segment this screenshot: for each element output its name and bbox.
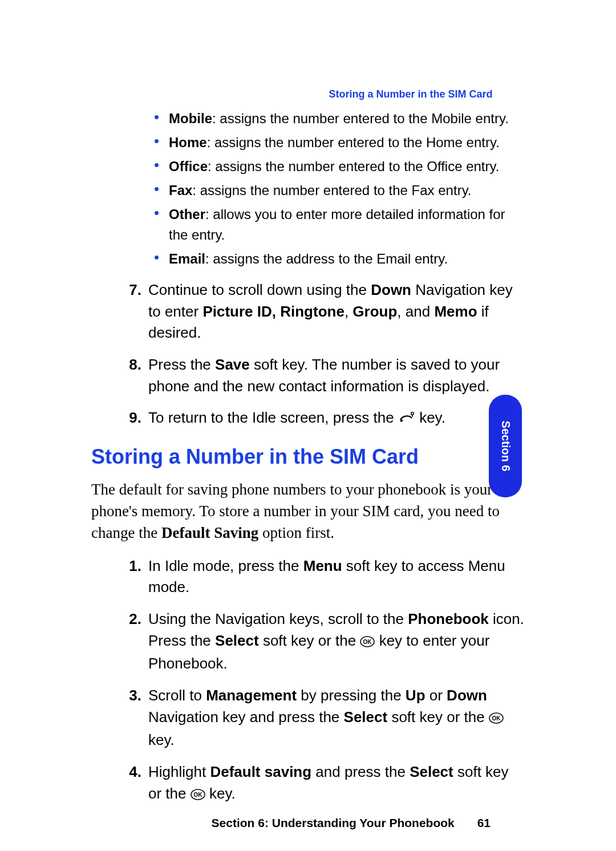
steps-list-b: 1. In Idle mode, press the Menu soft key… xyxy=(120,556,525,807)
page-footer: Section 6: Understanding Your Phonebook … xyxy=(91,816,525,830)
bullet-desc: : assigns the number entered to the Home… xyxy=(207,135,500,150)
step-9: 9. To return to the Idle screen, press t… xyxy=(120,407,525,430)
step-text: Press the Save soft key. The number is s… xyxy=(148,354,525,397)
step-text: Using the Navigation keys, scroll to the… xyxy=(148,609,525,675)
manual-page: Storing a Number in the SIM Card • Mobil… xyxy=(0,0,616,851)
section-tab: Section 6 xyxy=(489,395,522,497)
step-number: 8. xyxy=(120,354,141,397)
bullet-icon: • xyxy=(154,108,169,129)
bullet-label: Mobile xyxy=(169,111,212,126)
list-item: • Other: allows you to enter more detail… xyxy=(154,204,525,245)
ok-key-icon: OK xyxy=(489,708,504,730)
bullet-label: Email xyxy=(169,251,205,266)
bullet-desc: : assigns the number entered to the Offi… xyxy=(208,159,499,174)
bullet-desc: : assigns the number entered to the Mobi… xyxy=(212,111,509,126)
intro-paragraph: The default for saving phone numbers to … xyxy=(91,479,525,544)
svg-text:OK: OK xyxy=(363,639,372,645)
bullet-label: Office xyxy=(169,159,208,174)
step-1: 1. In Idle mode, press the Menu soft key… xyxy=(120,556,525,598)
section-tab-label: Section 6 xyxy=(499,421,512,472)
step-number: 3. xyxy=(120,685,141,751)
bullet-desc: : allows you to enter more detailed info… xyxy=(169,206,505,242)
step-number: 4. xyxy=(120,761,141,806)
list-item: • Fax: assigns the number entered to the… xyxy=(154,180,525,201)
list-item: • Mobile: assigns the number entered to … xyxy=(154,108,525,129)
bullet-label: Fax xyxy=(169,183,192,198)
step-8: 8. Press the Save soft key. The number i… xyxy=(120,354,525,397)
bullet-icon: • xyxy=(154,180,169,201)
step-text: Scroll to Management by pressing the Up … xyxy=(148,685,525,751)
steps-list-a: 7. Continue to scroll down using the Dow… xyxy=(120,279,525,430)
step-number: 1. xyxy=(120,556,141,598)
page-content: • Mobile: assigns the number entered to … xyxy=(91,108,525,830)
step-text: Continue to scroll down using the Down N… xyxy=(148,279,525,344)
list-item: • Office: assigns the number entered to … xyxy=(154,156,525,177)
svg-point-0 xyxy=(411,412,414,415)
bullet-icon: • xyxy=(154,249,169,269)
bullet-icon: • xyxy=(154,132,169,153)
step-number: 7. xyxy=(120,279,141,344)
step-7: 7. Continue to scroll down using the Dow… xyxy=(120,279,525,344)
ok-key-icon: OK xyxy=(360,632,375,654)
step-text: In Idle mode, press the Menu soft key to… xyxy=(148,556,525,598)
step-text: Highlight Default saving and press the S… xyxy=(148,761,525,806)
svg-text:OK: OK xyxy=(492,715,501,722)
running-header: Storing a Number in the SIM Card xyxy=(0,88,616,100)
list-item: • Home: assigns the number entered to th… xyxy=(154,132,525,153)
step-3: 3. Scroll to Management by pressing the … xyxy=(120,685,525,751)
step-2: 2. Using the Navigation keys, scroll to … xyxy=(120,609,525,675)
ok-key-icon: OK xyxy=(191,785,205,807)
bullet-desc: : assigns the number entered to the Fax … xyxy=(192,183,471,198)
step-4: 4. Highlight Default saving and press th… xyxy=(120,761,525,806)
section-heading: Storing a Number in the SIM Card xyxy=(91,445,525,469)
bullet-desc: : assigns the address to the Email entry… xyxy=(205,251,448,266)
svg-text:OK: OK xyxy=(193,792,202,798)
bullet-icon: • xyxy=(154,204,169,245)
step-number: 2. xyxy=(120,609,141,675)
entry-type-list: • Mobile: assigns the number entered to … xyxy=(154,108,525,269)
step-text: To return to the Idle screen, press the … xyxy=(148,407,525,430)
list-item: • Email: assigns the address to the Emai… xyxy=(154,249,525,269)
end-call-icon xyxy=(398,408,415,430)
bullet-icon: • xyxy=(154,156,169,177)
footer-section-label: Section 6: Understanding Your Phonebook xyxy=(212,816,455,829)
page-number: 61 xyxy=(477,816,491,829)
step-number: 9. xyxy=(120,407,141,430)
bullet-label: Other xyxy=(169,206,205,222)
bullet-label: Home xyxy=(169,135,207,150)
